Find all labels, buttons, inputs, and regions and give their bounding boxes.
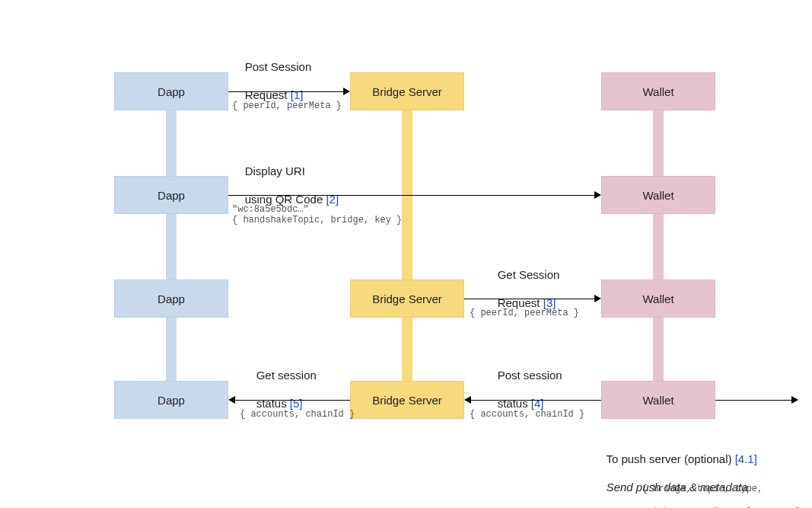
box-dapp-4: Dapp bbox=[114, 381, 228, 419]
step5-title-line2: status bbox=[256, 397, 290, 410]
step41-payload-line1: { bridge, topic, type, bbox=[642, 484, 763, 494]
box-bridge-3: Bridge Server bbox=[350, 280, 464, 318]
box-wallet-4: Wallet bbox=[601, 381, 715, 419]
arrow-step2-head bbox=[594, 191, 601, 199]
walletconnect-sequence-diagram: Dapp Bridge Server Wallet Post Session R… bbox=[0, 0, 812, 508]
arrow-step4-head bbox=[464, 396, 471, 404]
step41-title-text: To push server (optional) bbox=[606, 452, 734, 465]
box-wallet-2: Wallet bbox=[601, 176, 715, 214]
label-step41-payload: { bridge, topic, type, token, peerName, … bbox=[620, 472, 801, 508]
lifeline-wallet bbox=[653, 110, 664, 381]
arrow-step1-head bbox=[343, 88, 350, 95]
label-step2-payload: { handshakeTopic, bridge, key } bbox=[232, 215, 402, 226]
box-bridge-4: Bridge Server bbox=[350, 381, 464, 419]
arrow-step4 bbox=[471, 400, 601, 401]
arrow-step3-head bbox=[594, 295, 601, 302]
lifeline-bridge bbox=[402, 110, 412, 381]
label-step4-payload: { accounts, chainId } bbox=[470, 409, 584, 420]
box-dapp-3: Dapp bbox=[114, 280, 228, 318]
arrow-step1 bbox=[228, 91, 343, 92]
label-step1-payload: { peerId, peerMeta } bbox=[232, 101, 342, 112]
step1-ref: [1] bbox=[291, 88, 304, 101]
lifeline-dapp bbox=[166, 110, 177, 381]
arrow-step41 bbox=[715, 400, 791, 401]
box-wallet-3: Wallet bbox=[601, 280, 715, 318]
step41-ref: [4.1] bbox=[735, 452, 757, 465]
step5-title-line1: Get session bbox=[256, 369, 317, 382]
step1-title-line2: Request bbox=[245, 88, 291, 101]
label-step2-uri: "wc:8a5e5bdc…" bbox=[232, 204, 309, 216]
step2-title-line1: Display URI bbox=[245, 165, 305, 177]
label-step3-payload: { peerId, peerMeta } bbox=[470, 308, 579, 319]
arrow-step5-head bbox=[228, 396, 235, 404]
arrow-step5 bbox=[235, 400, 350, 401]
box-dapp-2: Dapp bbox=[114, 176, 228, 214]
box-bridge-1: Bridge Server bbox=[350, 72, 464, 110]
box-dapp-1: Dapp bbox=[114, 72, 228, 110]
step1-title-line1: Post Session bbox=[245, 60, 312, 73]
step5-ref: [5] bbox=[290, 397, 303, 410]
arrow-step3 bbox=[464, 299, 594, 299]
arrow-step41-head bbox=[791, 396, 798, 404]
step4-title-line1: Post session bbox=[498, 369, 562, 382]
label-step5-payload: { accounts, chainId } bbox=[240, 409, 355, 420]
box-wallet-1: Wallet bbox=[601, 72, 715, 110]
step4-ref: [4] bbox=[531, 397, 544, 410]
step3-title-line1: Get Session bbox=[498, 268, 560, 281]
step4-title-line2: status bbox=[498, 397, 531, 410]
arrow-step2 bbox=[228, 195, 594, 196]
